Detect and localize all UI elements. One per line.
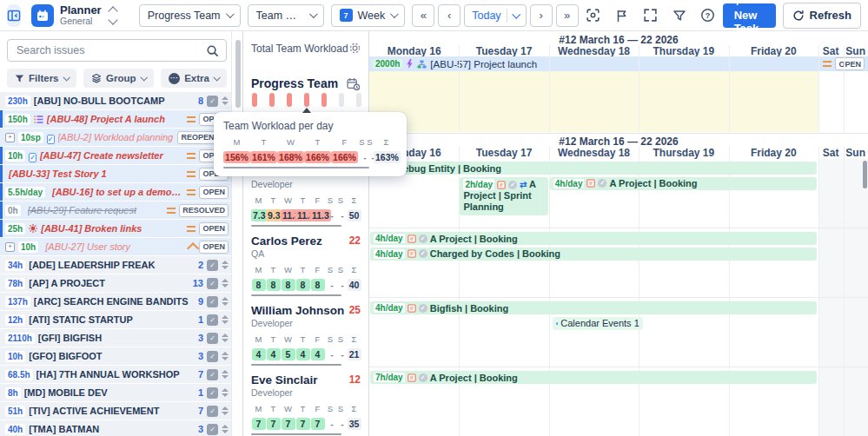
issue-row[interactable]: 230h [ABU] NO-BULL BOOTCAMP 8 ✓ <box>0 92 232 109</box>
workload-day-bar[interactable] <box>321 93 327 107</box>
workload-day-bar[interactable] <box>304 93 309 107</box>
booking-bar[interactable]: 2h/day✓⇄ A Project | Sprint Planning <box>460 177 547 215</box>
booking-bar[interactable]: 4h/day✓Charged by Codes | Booking <box>370 248 817 261</box>
sort-spinner-icon[interactable] <box>222 406 229 415</box>
extra-button[interactable]: ··· Extra <box>161 69 227 88</box>
search-input[interactable] <box>15 43 206 57</box>
issue-row[interactable]: 150h [ABU-48] Project A launch OPEN <box>0 110 232 128</box>
filters-button[interactable]: Filters <box>7 69 76 88</box>
sidebar-scrollbar[interactable] <box>235 36 242 433</box>
booking-bar[interactable]: 7h/day✓A Project | Booking <box>370 371 817 384</box>
view-select[interactable]: Team wi... <box>248 4 324 27</box>
chevron-down-icon <box>512 10 520 19</box>
sort-spinner-icon[interactable] <box>222 261 229 269</box>
booking-bar[interactable]: 4h/day✓A Project | Booking <box>370 232 817 245</box>
refresh-icon <box>792 10 805 22</box>
issue-row[interactable]: 78h [AP] A PROJECT 13 ✓ <box>0 274 232 292</box>
issue-row[interactable]: 12h [ATI] STATIC STARTUP 1 ✓ <box>0 311 232 328</box>
filter-icon[interactable] <box>672 8 687 23</box>
issue-row[interactable]: 0h [ABU-29] Feature request RESOLVED <box>0 201 232 219</box>
issue-row[interactable]: 137h [ARC] SEARCH ENGINE BANDITS 9 ✓ <box>0 293 232 310</box>
issue-row[interactable]: [ABU-33] Test Story 1 OPEN <box>0 165 232 182</box>
day-label: S <box>325 404 335 413</box>
team-workload-bars[interactable] <box>252 93 361 107</box>
next-day-button[interactable]: › <box>530 4 553 27</box>
workload-day-bar[interactable] <box>269 93 275 107</box>
sort-spinner-icon[interactable] <box>222 352 229 360</box>
issue-row[interactable]: 5.5h/day [ABU-16] to set up a demo proje… <box>0 183 232 201</box>
workload-day-bar[interactable] <box>287 93 292 107</box>
issue-row[interactable]: 25h [ABU-41] Broken links OPEN <box>0 220 232 237</box>
day-label: M <box>251 265 266 274</box>
workload-day-bar[interactable] <box>252 93 257 107</box>
issue-row[interactable]: + 10sp ✓ [ABU-2] Workload planning REOPE… <box>0 129 232 146</box>
date-navigation: « ‹ Today › » <box>412 4 578 27</box>
flag-icon[interactable] <box>614 8 630 23</box>
booking-bar[interactable]: 4h/day✓A Project | Booking <box>550 177 817 190</box>
issue-row[interactable]: 51h [TIV] ACTIVE ACHIEVEMENT 7 ✓ <box>0 402 232 419</box>
prev-day-button[interactable]: ‹ <box>438 4 461 27</box>
member-task-count: 25 <box>349 304 366 316</box>
day-value-cell: - <box>325 207 335 222</box>
calendar-event-chip[interactable]: Calendar Events 1 <box>553 317 643 330</box>
checkbox-icon[interactable]: ✓ <box>207 387 218 399</box>
issue-row[interactable]: 10h ✓ [ABU-47] Create newsletter OPEN <box>0 147 232 164</box>
sort-spinner-icon[interactable] <box>222 425 229 433</box>
checkbox-icon[interactable]: ✓ <box>207 333 218 344</box>
help-icon[interactable]: ? <box>700 8 716 23</box>
prev-week-button[interactable]: « <box>412 4 434 27</box>
day-value-cell: 8 <box>310 276 325 292</box>
issue-row[interactable]: + 10h [ABU-27] User story OPEN <box>0 238 232 255</box>
refresh-button[interactable]: Refresh <box>783 3 861 29</box>
workload-day-bar[interactable] <box>339 93 344 107</box>
epic-row[interactable]: 2000h [ABU-57] Project launch OPEN <box>369 56 868 71</box>
calendar-clock-icon[interactable] <box>347 77 360 90</box>
new-task-button[interactable]: + New Task <box>723 3 776 28</box>
booking-label: A Project | Booking <box>609 178 697 188</box>
collapse-sidebar-button[interactable] <box>7 4 21 27</box>
fullscreen-icon[interactable] <box>643 8 659 23</box>
checkbox-icon[interactable]: ✓ <box>207 278 218 289</box>
range-select[interactable]: 7 Week <box>331 4 406 27</box>
issue-row[interactable]: 10h [GFO] BIGFOOT 3 ✓ <box>0 347 232 365</box>
hours-badge: 68.5h <box>5 369 33 380</box>
schedule-scrollbar[interactable] <box>863 161 867 188</box>
hours-badge: 8h <box>5 387 21 399</box>
sort-spinner-icon[interactable] <box>222 96 229 105</box>
issue-row[interactable]: 2110h [GFI] BIGFISH 3 ✓ <box>0 329 232 347</box>
booking-bar[interactable]: ✓Debug Entity | Booking <box>370 162 817 175</box>
issue-row[interactable]: 34h [ADE] LEADERSHIP FREAK 2 ✓ <box>0 256 232 274</box>
checkbox-icon[interactable]: ✓ <box>207 369 218 380</box>
day-value-cell: - <box>325 415 335 431</box>
sort-spinner-icon[interactable] <box>222 334 229 342</box>
checkbox-icon[interactable]: ✓ <box>207 424 218 435</box>
sort-spinner-icon[interactable] <box>222 279 229 287</box>
checkbox-icon[interactable]: ✓ <box>207 314 218 326</box>
issue-row[interactable]: 8h [MD] MOBILE DEV 1 ✓ <box>0 384 232 401</box>
checkbox-icon[interactable]: ✓ <box>207 406 218 417</box>
filter-bar: Filters Group ··· Extra <box>7 69 227 88</box>
task-check-icon: ✓ <box>47 135 55 144</box>
expand-icon[interactable]: + <box>5 133 15 142</box>
sort-spinner-icon[interactable] <box>222 315 229 324</box>
scope-icon[interactable] <box>586 8 601 23</box>
team-select[interactable]: Progress Team <box>139 4 241 27</box>
expand-icon[interactable]: + <box>5 242 15 252</box>
issue-row[interactable]: 68.5h [HA] 7TH ANNUAL WORKSHOP 7 ✓ <box>0 366 232 383</box>
booking-bar[interactable]: 4h/day✓Bigfish | Booking <box>370 301 817 314</box>
search-icon[interactable] <box>206 44 219 57</box>
sort-spinner-icon[interactable] <box>222 370 229 379</box>
planner-menu[interactable]: Planner General <box>28 4 120 27</box>
sort-spinner-icon[interactable] <box>222 388 229 397</box>
issue-row[interactable]: 40h [TMA] BATMAN 3 ✓ <box>0 420 232 436</box>
checkbox-icon[interactable]: ✓ <box>207 296 218 307</box>
today-button[interactable]: Today <box>464 4 526 27</box>
next-week-button[interactable]: » <box>556 4 579 27</box>
checkbox-icon[interactable]: ✓ <box>207 96 218 107</box>
gear-icon[interactable] <box>348 42 361 55</box>
checkbox-icon[interactable]: ✓ <box>207 260 218 271</box>
checkbox-icon[interactable]: ✓ <box>207 351 218 362</box>
workload-day-bar[interactable] <box>356 93 361 107</box>
group-button[interactable]: Group <box>83 69 154 88</box>
sort-spinner-icon[interactable] <box>222 297 229 306</box>
